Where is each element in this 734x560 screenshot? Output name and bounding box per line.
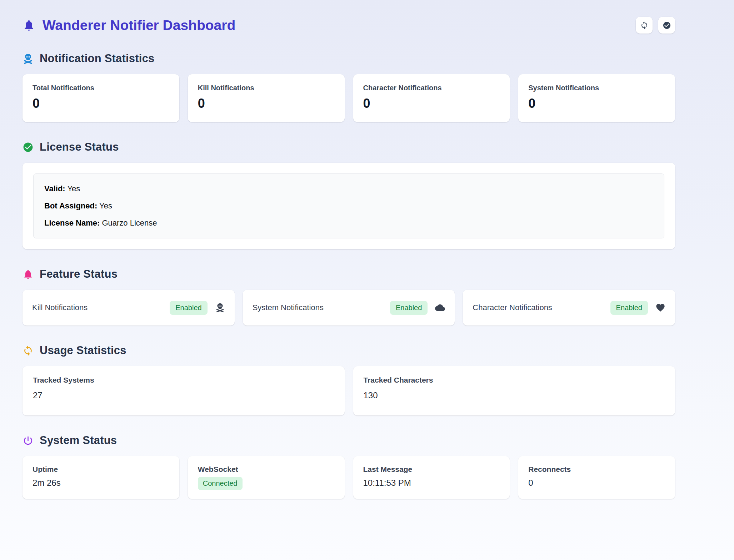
skull-crossbones-icon — [215, 303, 225, 313]
feature-card: System Notifications Enabled — [243, 290, 455, 326]
sync-icon — [23, 345, 34, 356]
enabled-badge: Enabled — [170, 301, 207, 315]
feature-card: Character Notifications Enabled — [463, 290, 675, 326]
enabled-badge: Enabled — [610, 301, 648, 315]
system-card-label: WebSocket — [198, 465, 335, 474]
usage-card-value: 130 — [364, 390, 665, 400]
system-card-uptime: Uptime 2m 26s — [23, 456, 179, 499]
feature-status-group: Enabled — [610, 301, 665, 315]
system-card-websocket: WebSocket Connected — [188, 456, 345, 499]
usage-card-value: 27 — [33, 390, 334, 400]
section-title: Usage Statistics — [40, 344, 126, 357]
stat-card-label: Character Notifications — [363, 84, 500, 92]
usage-card: Tracked Characters 130 — [353, 366, 675, 415]
stat-card: Character Notifications 0 — [353, 74, 510, 122]
usage-card-label: Tracked Characters — [364, 376, 665, 384]
section-usage-statistics: Usage Statistics Tracked Systems 27 Trac… — [23, 344, 675, 415]
stat-card-label: System Notifications — [528, 84, 665, 92]
system-card-label: Reconnects — [528, 465, 665, 474]
power-icon — [23, 435, 34, 446]
header: Wanderer Notifier Dashboard — [23, 17, 675, 34]
feature-label: System Notifications — [253, 303, 324, 312]
heart-icon — [655, 303, 665, 313]
cloud-icon — [435, 303, 445, 313]
usage-card-label: Tracked Systems — [33, 376, 334, 384]
license-field-label: Valid: — [44, 184, 65, 193]
usage-card-row: Tracked Systems 27 Tracked Characters 13… — [23, 366, 675, 415]
feature-status-group: Enabled — [170, 301, 225, 315]
section-license-status: License Status Valid: Yes Bot Assigned: … — [23, 141, 675, 249]
stat-card-value: 0 — [33, 96, 169, 111]
stat-card-value: 0 — [363, 96, 500, 111]
stat-card: Total Notifications 0 — [23, 74, 179, 122]
section-feature-status: Feature Status Kill Notifications Enable… — [23, 268, 675, 326]
license-field-value: Guarzo License — [102, 218, 157, 227]
bell-icon — [23, 269, 34, 280]
header-buttons — [636, 17, 675, 34]
section-header: Usage Statistics — [23, 344, 675, 357]
system-card-value: 2m 26s — [33, 478, 169, 488]
system-card-value: 0 — [528, 478, 665, 488]
license-field-label: Bot Assigned: — [44, 201, 97, 210]
license-field-bot-assigned: Bot Assigned: Yes — [44, 201, 653, 211]
feature-label: Kill Notifications — [32, 303, 88, 312]
dashboard-page: Wanderer Notifier Dashboard Notification… — [0, 0, 734, 499]
feature-status-group: Enabled — [390, 301, 445, 315]
system-card-reconnects: Reconnects 0 — [518, 456, 675, 499]
stat-card-label: Total Notifications — [33, 84, 169, 92]
system-card-last-message: Last Message 10:11:53 PM — [353, 456, 510, 499]
check-circle-icon — [663, 21, 671, 30]
stat-card-value: 0 — [528, 96, 665, 111]
feature-label: Character Notifications — [473, 303, 552, 312]
stat-card: System Notifications 0 — [518, 74, 675, 122]
header-left: Wanderer Notifier Dashboard — [23, 17, 235, 33]
refresh-button[interactable] — [636, 17, 653, 34]
enabled-badge: Enabled — [390, 301, 428, 315]
confirm-button[interactable] — [658, 17, 675, 34]
system-card-value: 10:11:53 PM — [363, 478, 500, 488]
section-notification-statistics: Notification Statistics Total Notificati… — [23, 52, 675, 122]
license-details-panel: Valid: Yes Bot Assigned: Yes License Nam… — [33, 173, 664, 238]
license-field-valid: Valid: Yes — [44, 184, 653, 194]
stat-card-value: 0 — [198, 96, 335, 111]
section-header: System Status — [23, 434, 675, 447]
section-header: License Status — [23, 141, 675, 153]
section-title: License Status — [40, 141, 119, 153]
skull-crossbones-icon — [23, 53, 34, 64]
section-title: Feature Status — [40, 268, 118, 281]
system-card-label: Uptime — [33, 465, 169, 474]
section-system-status: System Status Uptime 2m 26s WebSocket Co… — [23, 434, 675, 499]
stat-card-label: Kill Notifications — [198, 84, 335, 92]
license-field-value: Yes — [99, 201, 112, 210]
feature-card-row: Kill Notifications Enabled System Notifi… — [23, 290, 675, 326]
license-field-value: Yes — [67, 184, 80, 193]
section-title: Notification Statistics — [40, 52, 155, 65]
stat-card: Kill Notifications 0 — [188, 74, 345, 122]
page-title: Wanderer Notifier Dashboard — [43, 17, 235, 33]
usage-card: Tracked Systems 27 — [23, 366, 345, 415]
license-field-name: License Name: Guarzo License — [44, 218, 653, 228]
stat-card-row: Total Notifications 0 Kill Notifications… — [23, 74, 675, 122]
license-field-label: License Name: — [44, 218, 100, 227]
check-circle-icon — [23, 142, 34, 153]
connected-badge: Connected — [198, 477, 243, 490]
refresh-icon — [640, 21, 649, 30]
bell-icon — [23, 19, 35, 32]
section-header: Feature Status — [23, 268, 675, 281]
license-card: Valid: Yes Bot Assigned: Yes License Nam… — [23, 163, 675, 249]
system-card-row: Uptime 2m 26s WebSocket Connected Last M… — [23, 456, 675, 499]
section-title: System Status — [40, 434, 117, 447]
system-card-label: Last Message — [363, 465, 500, 474]
section-header: Notification Statistics — [23, 52, 675, 65]
feature-card: Kill Notifications Enabled — [23, 290, 235, 326]
